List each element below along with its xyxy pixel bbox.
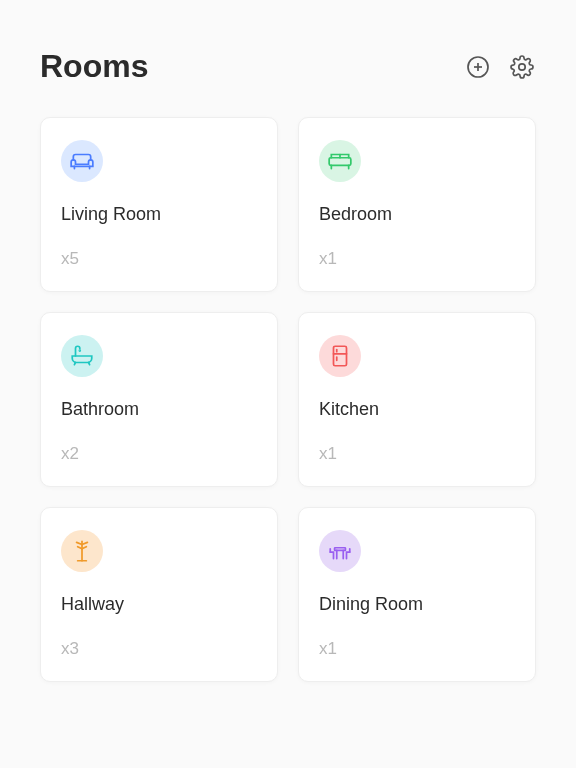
room-count: x1: [319, 249, 515, 269]
room-count: x1: [319, 639, 515, 659]
room-count: x5: [61, 249, 257, 269]
bathtub-icon: [61, 335, 103, 377]
svg-rect-6: [329, 158, 351, 166]
svg-line-12: [89, 363, 90, 365]
room-title: Living Room: [61, 204, 257, 225]
plus-circle-icon: [466, 55, 490, 79]
svg-point-3: [519, 63, 525, 69]
bed-icon: [319, 140, 361, 182]
room-count: x2: [61, 444, 257, 464]
room-title: Bedroom: [319, 204, 515, 225]
room-title: Kitchen: [319, 399, 515, 420]
room-title: Hallway: [61, 594, 257, 615]
room-card-bathroom[interactable]: Bathroom x2: [40, 312, 278, 487]
room-card-hallway[interactable]: Hallway x3: [40, 507, 278, 682]
room-card-bedroom[interactable]: Bedroom x1: [298, 117, 536, 292]
room-card-dining-room[interactable]: Dining Room x1: [298, 507, 536, 682]
sofa-icon: [61, 140, 103, 182]
room-card-living-room[interactable]: Living Room x5: [40, 117, 278, 292]
gear-icon: [510, 55, 534, 79]
add-button[interactable]: [464, 53, 492, 81]
room-title: Dining Room: [319, 594, 515, 615]
room-title: Bathroom: [61, 399, 257, 420]
dining-icon: [319, 530, 361, 572]
header: Rooms: [40, 48, 536, 85]
fridge-icon: [319, 335, 361, 377]
header-actions: [464, 53, 536, 81]
settings-button[interactable]: [508, 53, 536, 81]
rooms-grid: Living Room x5 Bedroom x1 Bathroom x2 Ki…: [40, 117, 536, 682]
svg-rect-13: [334, 346, 347, 366]
coatrack-icon: [61, 530, 103, 572]
room-count: x1: [319, 444, 515, 464]
svg-line-11: [74, 363, 75, 365]
svg-point-10: [79, 350, 80, 351]
room-count: x3: [61, 639, 257, 659]
page-title: Rooms: [40, 48, 148, 85]
room-card-kitchen[interactable]: Kitchen x1: [298, 312, 536, 487]
